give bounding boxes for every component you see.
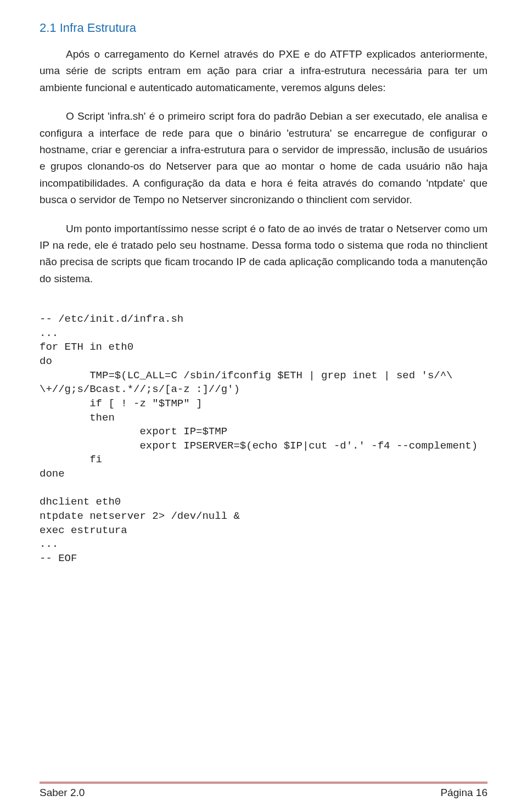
footer-rule — [40, 782, 487, 783]
footer-left: Saber 2.0 — [40, 787, 85, 799]
footer-row: Saber 2.0 Página 16 — [40, 787, 487, 799]
page: 2.1 Infra Estrutura Após o carregamento … — [0, 0, 527, 812]
page-footer: Saber 2.0 Página 16 — [40, 782, 487, 799]
paragraph-1: Após o carregamento do Kernel através do… — [40, 46, 487, 96]
section-heading: 2.1 Infra Estrutura — [40, 21, 487, 35]
paragraph-3: Um ponto importantíssimo nesse script é … — [40, 221, 487, 288]
footer-right: Página 16 — [440, 787, 487, 799]
code-block: -- /etc/init.d/infra.sh ... for ETH in e… — [40, 312, 487, 566]
spacer — [40, 299, 487, 312]
paragraph-2: O Script 'infra.sh' é o primeiro script … — [40, 108, 487, 208]
